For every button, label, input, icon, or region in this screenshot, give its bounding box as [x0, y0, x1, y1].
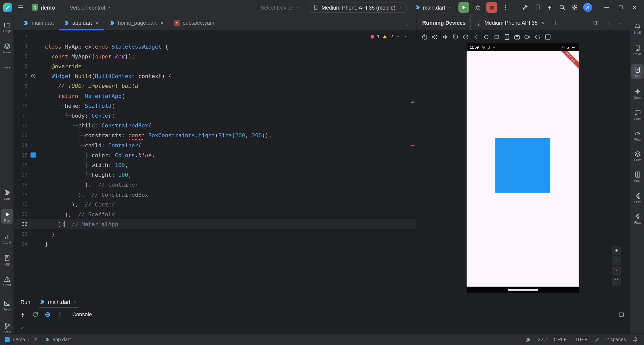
previous-problem-button[interactable] — [396, 34, 401, 39]
grid-icon[interactable] — [545, 34, 551, 40]
color-swatch[interactable] — [31, 153, 36, 158]
code-line-20[interactable]: 20 ), // Center — [14, 199, 416, 209]
back-icon[interactable] — [473, 34, 479, 40]
left-stripe-item-resource-manager[interactable]: Reso — [1, 41, 13, 56]
select-device-dropdown[interactable]: Select Device — [260, 4, 300, 10]
device-manager-button[interactable] — [532, 2, 543, 13]
inspections-widget[interactable]: 1 2 — [370, 34, 408, 40]
code-line-13[interactable]: 13 ├─constraints: const BoxConstraints.t… — [14, 130, 416, 140]
left-stripe-item-problems[interactable]: Probl — [1, 273, 13, 288]
code-line-12[interactable]: 12 └─child: ConstrainedBox( — [14, 120, 416, 130]
right-stripe-item-running-devices[interactable]: Runn — [631, 64, 643, 79]
write-access-icon[interactable] — [594, 337, 600, 342]
flutter-app-surface[interactable]: DEBUG — [467, 51, 579, 287]
code-line-9[interactable]: 9 return MaterialApp( — [14, 91, 416, 101]
code-line-18[interactable]: 18 ), // Container — [14, 180, 416, 190]
right-stripe-item-device-manager[interactable]: Devic — [631, 42, 643, 57]
breadcrumb-file[interactable]: app.dart — [53, 337, 71, 342]
editor-tab-pubspec.yaml[interactable]: Ypubspec.yaml — [169, 15, 220, 30]
search-everywhere-button[interactable] — [557, 2, 567, 13]
code-line-6[interactable]: 6 @override — [14, 61, 416, 71]
zoom-reset-button[interactable]: 1:1 — [612, 266, 621, 275]
panel-options-button[interactable] — [603, 17, 614, 28]
code-line-16[interactable]: 16 ├─width: 100, — [14, 160, 416, 170]
close-button[interactable] — [628, 1, 641, 14]
right-stripe-item-flutter-outline[interactable]: Flutt — [631, 107, 643, 122]
code-line-19[interactable]: 19 ), // ConstrainedBox — [14, 190, 416, 199]
more-run-actions-button[interactable] — [500, 2, 511, 13]
console-tab-label[interactable]: Console — [72, 311, 92, 317]
editor-tab-main.dart[interactable]: main.dart — [18, 15, 59, 30]
minimize-button[interactable] — [600, 1, 614, 14]
code-line-15[interactable]: 15 ├─color: Colors.blue, — [14, 150, 416, 160]
left-stripe-item-run[interactable]: Run — [1, 209, 13, 224]
project-selector[interactable]: D demo — [29, 3, 64, 12]
code-editor[interactable]: 34class MyApp extends StatelessWidget {5… — [14, 31, 416, 296]
tab-options-button[interactable] — [402, 17, 413, 28]
fit-screen-button[interactable] — [612, 277, 621, 286]
run-tab[interactable]: main.dart — [39, 296, 79, 308]
video-icon[interactable] — [524, 34, 531, 40]
left-stripe-item-project[interactable]: Proje — [1, 19, 13, 34]
hot-reload-button[interactable] — [20, 311, 26, 318]
power-icon[interactable] — [421, 34, 428, 40]
breadcrumb-project[interactable]: demo — [13, 337, 25, 342]
profiler-button[interactable] — [545, 2, 555, 13]
breadcrumb-folder[interactable]: lib — [32, 337, 37, 342]
run-button[interactable] — [458, 2, 469, 13]
main-menu-button[interactable] — [15, 2, 26, 13]
left-stripe-item-dart-analysis[interactable]: Dart — [1, 187, 13, 202]
zoom-out-button[interactable] — [612, 256, 621, 265]
file-encoding[interactable]: UTF-8 — [573, 337, 587, 342]
overview-icon[interactable] — [493, 34, 500, 40]
rotate-right-icon[interactable] — [463, 34, 469, 40]
zoom-in-button[interactable] — [612, 246, 621, 255]
left-stripe-item-logcat[interactable]: Logc — [1, 253, 13, 267]
code-line-4[interactable]: 4class MyApp extends StatelessWidget { — [14, 42, 416, 51]
devtools-button[interactable] — [44, 311, 51, 318]
code-line-24[interactable]: 24} — [14, 239, 416, 249]
volume-up-icon[interactable] — [432, 34, 438, 40]
code-line-17[interactable]: 17 └─height: 100, — [14, 170, 416, 180]
code-line-10[interactable]: 10 └─home: Scaffold( — [14, 101, 416, 111]
close-icon[interactable] — [160, 21, 164, 25]
code-line-21[interactable]: 21 ), // Scaffold — [14, 209, 416, 219]
next-problem-button[interactable] — [404, 34, 409, 39]
code-line-22[interactable]: 22 ); // MaterialApp — [14, 219, 416, 229]
avatar[interactable] — [583, 3, 592, 12]
more-vert-icon[interactable] — [555, 34, 561, 40]
hot-restart-button[interactable] — [32, 311, 39, 318]
home-circle-icon[interactable] — [483, 34, 489, 40]
stop-button[interactable] — [486, 2, 497, 13]
code-line-3[interactable]: 3 — [14, 32, 416, 42]
right-stripe-item-notifications[interactable]: Notif — [631, 21, 643, 36]
fold-icon[interactable] — [504, 34, 510, 40]
right-stripe-item-flutter-performance[interactable]: Flutt — [631, 128, 643, 143]
code-line-7[interactable]: 7 Widget build(BuildContext context) { — [14, 71, 416, 81]
code-line-14[interactable]: 14 └─child: Container( — [14, 140, 416, 150]
indent-setting[interactable]: 2 spaces — [606, 337, 626, 342]
add-device-tab-button[interactable] — [550, 17, 560, 28]
right-stripe-item-gemini[interactable]: Gemi — [631, 86, 643, 101]
maximize-button[interactable] — [614, 1, 627, 14]
snapshot-icon[interactable] — [534, 34, 541, 40]
right-stripe-item-flutter-tool-2[interactable]: Flutt — [631, 211, 643, 226]
device-screen[interactable]: 11:59 3G — [467, 43, 579, 293]
hide-panel-button[interactable] — [615, 17, 626, 28]
settings-button[interactable] — [569, 2, 580, 13]
editor-tab-home_page.dart[interactable]: home_page.dart — [104, 15, 169, 30]
override-gutter-icon[interactable] — [30, 73, 36, 79]
caret-position[interactable]: 22:7 — [538, 337, 547, 342]
code-line-5[interactable]: 5 const MyApp({super.key}); — [14, 51, 416, 61]
rotate-left-icon[interactable] — [452, 34, 459, 40]
close-icon[interactable] — [95, 21, 99, 25]
right-stripe-item-flutter-tool-1[interactable]: Flutt — [631, 190, 643, 205]
camera-icon[interactable] — [514, 34, 520, 40]
code-line-23[interactable]: 23 } — [14, 229, 416, 239]
code-line-11[interactable]: 11 └─body: Center( — [14, 111, 416, 120]
run-config-dropdown[interactable]: main.dart — [415, 4, 452, 10]
left-stripe-item-terminal[interactable]: Term — [1, 298, 13, 313]
more-button[interactable] — [57, 311, 63, 318]
editor-tab-app.dart[interactable]: app.dart — [59, 15, 104, 30]
notifications-icon[interactable] — [632, 337, 638, 342]
